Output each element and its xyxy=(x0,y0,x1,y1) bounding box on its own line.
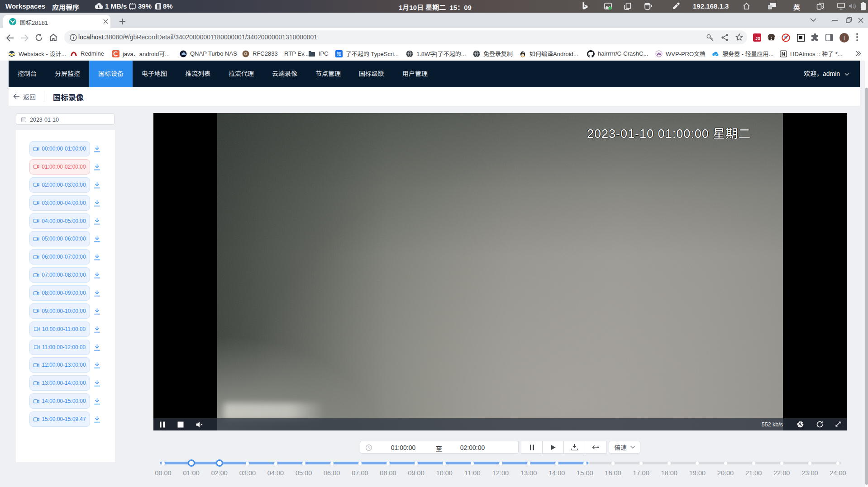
svg-text:知: 知 xyxy=(337,50,342,57)
